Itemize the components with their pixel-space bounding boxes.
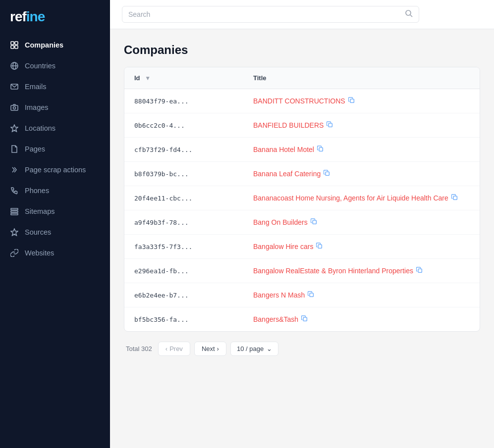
search-bar[interactable]: [122, 6, 419, 23]
sidebar-item-websites[interactable]: Websites: [0, 243, 110, 263]
table-row: fa3a33f5-7f3...Bangalow Hire cars: [124, 235, 480, 259]
svg-point-15: [406, 10, 411, 15]
svg-rect-20: [326, 172, 329, 175]
chevron-left-icon: ‹: [165, 345, 167, 352]
companies-table: Id ▼ Title 88043f79-ea...BANDITT CONSTRU…: [124, 67, 480, 332]
table-row: e296ea1d-fb...Bangalow RealEstate & Byro…: [124, 259, 480, 283]
copy-icon[interactable]: [316, 243, 323, 250]
svg-rect-12: [11, 211, 18, 212]
main-content: Companies Id ▼ Title 88043f79-ea...BANDI…: [110, 0, 494, 448]
search-input[interactable]: [128, 10, 405, 18]
sidebar-item-emails-label: Emails: [25, 83, 47, 91]
sidebar-item-sources[interactable]: Sources: [0, 222, 110, 243]
sidebar-item-phones[interactable]: Phones: [0, 180, 110, 201]
sidebar-item-websites-label: Websites: [25, 249, 54, 257]
content-area: Companies Id ▼ Title 88043f79-ea...BANDI…: [110, 29, 494, 448]
sidebar-item-sources-label: Sources: [25, 228, 51, 236]
company-link[interactable]: BANFIELD BUILDERS: [253, 121, 324, 129]
sidebar-item-pages-label: Pages: [25, 145, 45, 153]
svg-rect-1: [15, 42, 18, 45]
sidebar-item-emails[interactable]: Emails: [0, 76, 110, 97]
cell-title: Banana Leaf Catering: [243, 162, 480, 186]
copy-icon[interactable]: [451, 194, 458, 202]
copy-icon[interactable]: [327, 121, 333, 129]
sidebar-item-countries[interactable]: Countries: [0, 55, 110, 76]
logo-accent: ine: [26, 9, 45, 24]
table-row: a9f49b3f-78...Bang On Builders: [124, 210, 480, 235]
company-link[interactable]: Bangalow Hire cars: [253, 243, 313, 250]
company-link[interactable]: Bangers&Tash: [253, 315, 298, 323]
file-icon: [10, 145, 19, 153]
svg-rect-26: [303, 317, 307, 321]
table-row: e6b2e4ee-b7...Bangers N Mash: [124, 283, 480, 307]
sidebar-item-locations-label: Locations: [25, 124, 55, 132]
svg-rect-8: [11, 105, 18, 110]
list-icon: [10, 207, 19, 216]
cell-title: BANDITT CONSTRUCTIONS: [243, 89, 480, 113]
svg-rect-18: [329, 123, 332, 127]
sidebar-item-pages[interactable]: Pages: [0, 139, 110, 159]
prev-button[interactable]: ‹ Prev: [158, 342, 190, 356]
sidebar-item-countries-label: Countries: [25, 62, 55, 70]
mail-icon: [10, 82, 19, 91]
company-link[interactable]: Banana Hotel Motel: [253, 146, 314, 153]
globe-icon: [10, 61, 19, 70]
sidebar-item-images[interactable]: Images: [0, 97, 110, 118]
chevron-down-icon: ⌄: [267, 345, 272, 352]
cell-title: Bananacoast Home Nursing, Agents for Air…: [243, 186, 480, 210]
company-link[interactable]: Bang On Builders: [253, 218, 308, 226]
cell-id: cfb73f29-fd4...: [124, 138, 243, 162]
filter-icon[interactable]: ▼: [145, 75, 151, 82]
cell-title: Bangers N Mash: [243, 283, 480, 307]
cell-id: e6b2e4ee-b7...: [124, 283, 243, 307]
svg-rect-25: [310, 293, 313, 297]
table-row: bf5bc356-fa...Bangers&Tash: [124, 307, 480, 332]
next-button[interactable]: Next ›: [194, 342, 226, 356]
copy-icon[interactable]: [348, 97, 355, 105]
copy-icon[interactable]: [317, 146, 324, 153]
svg-rect-19: [319, 148, 323, 151]
copy-icon[interactable]: [308, 291, 314, 299]
table-row: 88043f79-ea...BANDITT CONSTRUCTIONS: [124, 89, 480, 113]
per-page-selector[interactable]: 10 / page ⌄: [230, 342, 278, 356]
svg-rect-2: [11, 46, 14, 49]
company-link[interactable]: Bangalow RealEstate & Byron Hinterland P…: [253, 267, 413, 275]
copy-icon[interactable]: [416, 267, 423, 275]
company-link[interactable]: Bananacoast Home Nursing, Agents for Air…: [253, 194, 448, 202]
svg-rect-13: [11, 213, 18, 215]
svg-rect-23: [318, 245, 322, 248]
pagination: Total 302 ‹ Prev Next › 10 / page ⌄: [124, 332, 480, 358]
svg-point-9: [13, 107, 16, 109]
sidebar-item-sitemaps[interactable]: Sitemaps: [0, 201, 110, 222]
company-link[interactable]: Bangers N Mash: [253, 291, 305, 299]
svg-line-16: [410, 15, 412, 17]
sidebar-item-images-label: Images: [25, 103, 49, 111]
sidebar: refine Companies Countries: [0, 0, 110, 448]
cell-id: b8f0379b-bc...: [124, 162, 243, 186]
sidebar-item-page-scrap-actions[interactable]: Page scrap actions: [0, 159, 110, 180]
sidebar-item-companies-label: Companies: [25, 41, 63, 49]
cell-title: Bangers&Tash: [243, 307, 480, 332]
sidebar-item-companies[interactable]: Companies: [0, 35, 110, 55]
chevron-right-double-icon: [10, 165, 19, 174]
copy-icon[interactable]: [324, 170, 330, 178]
star-outline-icon: [10, 228, 19, 237]
column-header-id: Id ▼: [124, 67, 243, 89]
svg-rect-3: [15, 46, 18, 49]
grid-icon: [10, 41, 19, 50]
copy-icon[interactable]: [311, 218, 317, 226]
logo: refine: [0, 0, 110, 35]
company-link[interactable]: Banana Leaf Catering: [253, 170, 321, 178]
cell-id: e296ea1d-fb...: [124, 259, 243, 283]
table-row: 0b6cc2c0-4...BANFIELD BUILDERS: [124, 113, 480, 138]
sidebar-item-sitemaps-label: Sitemaps: [25, 207, 55, 215]
sidebar-item-locations[interactable]: Locations: [0, 118, 110, 139]
sidebar-item-phones-label: Phones: [25, 187, 49, 195]
cell-title: Banana Hotel Motel: [243, 138, 480, 162]
sidebar-item-page-scrap-actions-label: Page scrap actions: [25, 166, 86, 174]
cell-id: 88043f79-ea...: [124, 89, 243, 113]
cell-id: fa3a33f5-7f3...: [124, 235, 243, 259]
svg-rect-17: [350, 99, 354, 102]
company-link[interactable]: BANDITT CONSTRUCTIONS: [253, 97, 345, 105]
copy-icon[interactable]: [301, 315, 308, 323]
